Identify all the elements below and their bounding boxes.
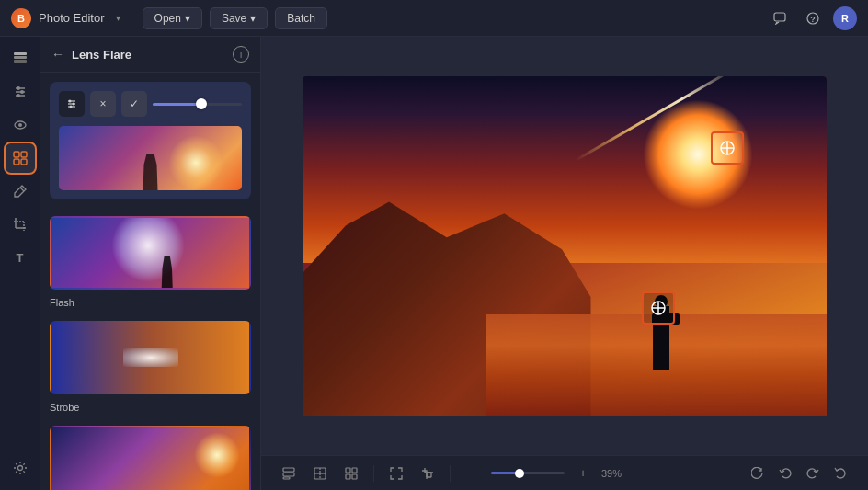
effect-cancel-button[interactable]: ×	[90, 91, 116, 117]
strobe-effect-thumbnail	[50, 321, 251, 394]
settings-tool-button[interactable]	[6, 453, 35, 483]
open-button[interactable]: Open ▾	[143, 7, 202, 29]
svg-rect-14	[14, 152, 19, 157]
photo-container	[303, 76, 827, 416]
svg-point-13	[18, 123, 22, 127]
effects-list: Flash Strobe Spotlight	[40, 209, 260, 490]
svg-rect-36	[283, 468, 294, 472]
flare-control-point-1[interactable]	[711, 131, 744, 165]
svg-rect-5	[14, 52, 27, 55]
topbar: B Photo Editor ▾ Open ▾ Save ▾ Batch ? R	[0, 0, 868, 37]
svg-point-25	[69, 100, 72, 103]
canvas-viewport[interactable]	[261, 37, 868, 455]
svg-point-9	[20, 90, 24, 94]
spotlight-effect-thumbnail	[50, 426, 251, 490]
svg-point-11	[17, 94, 20, 97]
svg-rect-44	[427, 473, 431, 477]
grid-bottom-button[interactable]	[338, 461, 364, 486]
strobe-effect-label: Strobe	[50, 402, 79, 413]
batch-button[interactable]: Batch	[275, 7, 327, 29]
layers-bottom-button[interactable]	[276, 461, 302, 486]
back-button[interactable]: ←	[51, 47, 64, 62]
zoom-slider[interactable]	[491, 472, 565, 474]
svg-rect-41	[352, 468, 357, 473]
canvas-area: − + 39%	[261, 37, 868, 490]
svg-rect-15	[21, 152, 27, 157]
layers-tool-button[interactable]	[6, 44, 35, 74]
svg-rect-0	[774, 13, 785, 21]
svg-point-7	[17, 86, 20, 90]
app-logo: B	[11, 8, 31, 28]
crop-tool-button[interactable]	[6, 210, 35, 239]
svg-rect-16	[14, 159, 19, 165]
active-effect-preview	[59, 126, 242, 190]
chat-icon-button[interactable]	[767, 6, 793, 31]
active-effect-card: × ✓	[50, 82, 251, 199]
svg-point-29	[70, 106, 73, 108]
svg-rect-4	[14, 60, 27, 63]
app-title: Photo Editor	[39, 11, 105, 25]
svg-rect-37	[283, 473, 294, 476]
svg-rect-3	[14, 56, 27, 59]
compare-button[interactable]	[307, 461, 333, 486]
svg-point-23	[17, 466, 22, 471]
flash-effect-item[interactable]: Flash	[50, 216, 251, 310]
effects-tool-button[interactable]	[6, 143, 35, 173]
svg-line-18	[20, 188, 24, 191]
eye-tool-button[interactable]	[6, 110, 35, 140]
panel-title: Lens Flare	[72, 48, 225, 62]
zoom-in-button[interactable]: +	[570, 461, 596, 486]
zoom-out-button[interactable]: −	[460, 461, 485, 486]
user-avatar[interactable]: R	[833, 6, 857, 30]
zoom-controls: − +	[460, 461, 596, 486]
save-button[interactable]: Save ▾	[210, 7, 268, 29]
brush-tool-button[interactable]	[6, 177, 35, 206]
text-tool-button[interactable]: T	[6, 243, 35, 272]
svg-point-27	[73, 103, 75, 106]
redo-button[interactable]	[800, 461, 826, 486]
rotate-button[interactable]	[745, 461, 771, 486]
undo-button[interactable]	[772, 461, 798, 486]
svg-rect-43	[352, 474, 357, 479]
photo-background	[303, 76, 827, 416]
app-chevron[interactable]: ▾	[116, 13, 120, 23]
svg-rect-38	[283, 477, 290, 479]
flash-effect-label: Flash	[50, 297, 74, 308]
icon-bar: T	[0, 37, 40, 490]
effect-slider[interactable]	[153, 103, 242, 106]
crop-bottom-button[interactable]	[415, 461, 440, 486]
right-action-buttons	[745, 461, 853, 486]
adjustments-tool-button[interactable]	[6, 77, 35, 107]
history-button[interactable]	[828, 461, 853, 486]
svg-rect-40	[346, 468, 350, 473]
lens-flare-panel: ← Lens Flare i	[40, 37, 261, 490]
bottom-bar: − + 39%	[261, 455, 868, 490]
flash-effect-thumbnail	[50, 216, 251, 290]
zoom-value: 39%	[601, 468, 629, 479]
effect-settings-button[interactable]	[59, 91, 85, 117]
spotlight-effect-item[interactable]: Spotlight	[50, 426, 251, 490]
flare-control-point-2[interactable]	[642, 291, 675, 325]
svg-text:?: ?	[810, 15, 816, 24]
effect-controls: × ✓	[59, 91, 242, 117]
strobe-effect-item[interactable]: Strobe	[50, 321, 251, 415]
svg-rect-17	[21, 159, 27, 165]
fit-screen-button[interactable]	[383, 461, 409, 486]
effect-confirm-button[interactable]: ✓	[121, 91, 147, 117]
svg-rect-42	[346, 474, 350, 479]
info-button[interactable]: i	[233, 46, 249, 63]
help-icon-button[interactable]: ?	[800, 6, 826, 31]
main-content: T ← Lens Flare i	[0, 37, 868, 490]
panel-header: ← Lens Flare i	[40, 37, 260, 73]
